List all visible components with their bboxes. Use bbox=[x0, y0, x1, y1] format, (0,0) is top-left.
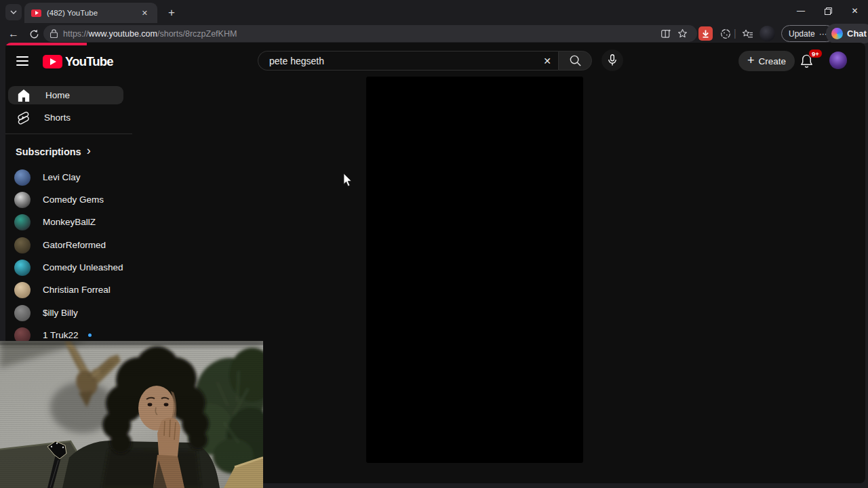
home-icon bbox=[17, 89, 31, 102]
channel-name: Comedy Gems bbox=[43, 195, 104, 205]
channel-avatar bbox=[14, 260, 31, 276]
channel-name: MonkeyBallZ bbox=[43, 217, 96, 227]
sidebar-channel-item[interactable]: Christian Forreal bbox=[5, 281, 141, 299]
collections-icon bbox=[742, 29, 753, 39]
shorts-video-player[interactable] bbox=[366, 77, 583, 463]
channel-avatar bbox=[14, 192, 31, 208]
add-favorite-button[interactable] bbox=[674, 26, 690, 42]
browser-tab[interactable]: (482) YouTube ✕ bbox=[24, 3, 157, 23]
favorite-star-icon bbox=[677, 28, 688, 39]
address-bar[interactable]: https://www.youtube.com/shorts/8rczpZefK… bbox=[43, 25, 697, 42]
reload-icon bbox=[29, 29, 39, 39]
extensions-button[interactable] bbox=[717, 26, 734, 42]
back-button[interactable]: ← bbox=[4, 26, 23, 42]
close-window-button[interactable]: ✕ bbox=[842, 0, 868, 22]
channel-name: Christian Forreal bbox=[43, 285, 111, 295]
mouse-cursor bbox=[343, 174, 353, 190]
tab-title: (482) YouTube bbox=[47, 9, 134, 17]
sidebar-channel-item[interactable]: Levi Clay bbox=[5, 168, 141, 186]
plus-icon: + bbox=[747, 54, 755, 68]
webcam-overlay bbox=[0, 341, 263, 488]
subscriptions-header[interactable]: Subscriptions › bbox=[16, 146, 91, 158]
chat-label: Chat bbox=[847, 28, 867, 39]
restore-button[interactable] bbox=[814, 0, 842, 22]
download-button[interactable] bbox=[698, 26, 713, 41]
chevron-right-icon: › bbox=[87, 144, 91, 158]
notification-count-badge: 9+ bbox=[808, 49, 823, 58]
youtube-logo[interactable]: YouTube bbox=[43, 54, 113, 69]
sidebar-channel-item[interactable]: Comedy Gems bbox=[5, 190, 141, 209]
toolbar-divider: | bbox=[734, 28, 736, 39]
url-path: /shorts/8rczpZefKHM bbox=[157, 29, 237, 39]
channel-name: Levi Clay bbox=[43, 172, 81, 182]
new-content-dot bbox=[88, 333, 92, 337]
update-label: Update bbox=[789, 29, 815, 39]
youtube-wordmark: YouTube bbox=[65, 54, 113, 69]
create-button[interactable]: + Create bbox=[738, 51, 795, 71]
channel-avatar bbox=[14, 169, 31, 186]
search-icon bbox=[569, 54, 582, 67]
voice-search-button[interactable] bbox=[601, 49, 623, 71]
split-screen-button[interactable] bbox=[658, 26, 674, 42]
browser-profile-avatar[interactable] bbox=[760, 26, 775, 41]
subscriptions-label: Subscriptions bbox=[16, 146, 81, 157]
tab-close-icon[interactable]: ✕ bbox=[139, 7, 151, 19]
search-button[interactable] bbox=[558, 51, 592, 70]
shorts-label: Shorts bbox=[44, 113, 71, 123]
page-loading-bar bbox=[5, 43, 87, 45]
url-scheme: https:// bbox=[63, 29, 89, 39]
collections-button[interactable] bbox=[739, 26, 755, 42]
new-tab-button[interactable]: + bbox=[163, 4, 180, 22]
lock-icon bbox=[50, 29, 58, 38]
tab-search-button[interactable] bbox=[5, 4, 22, 20]
reload-button[interactable] bbox=[24, 26, 43, 42]
url-host: www.youtube.com bbox=[89, 29, 157, 39]
search-input[interactable] bbox=[258, 56, 536, 66]
copilot-chat-button[interactable]: Chat bbox=[826, 24, 868, 43]
channel-name: Comedy Unleashed bbox=[43, 262, 123, 272]
mic-icon bbox=[608, 54, 617, 66]
sidebar-channel-item[interactable]: $illy Billy bbox=[5, 304, 141, 322]
copilot-icon bbox=[831, 28, 843, 39]
channel-name: GatorReformed bbox=[43, 240, 106, 250]
shorts-icon bbox=[17, 111, 29, 125]
sidebar-channel-item[interactable]: Comedy Unleashed bbox=[5, 258, 141, 277]
split-screen-icon bbox=[661, 29, 671, 38]
sidebar-channel-item[interactable]: GatorReformed bbox=[5, 236, 141, 254]
restore-icon bbox=[825, 7, 832, 15]
channel-avatar bbox=[14, 214, 31, 230]
channel-avatar bbox=[14, 282, 31, 298]
minimize-button[interactable]: — bbox=[787, 0, 814, 22]
youtube-logo-icon bbox=[43, 55, 62, 68]
guide-menu-button[interactable] bbox=[14, 53, 31, 69]
channel-name: $illy Billy bbox=[43, 308, 78, 318]
home-label: Home bbox=[45, 90, 70, 100]
chevron-down-icon bbox=[10, 10, 17, 14]
guide-divider bbox=[5, 134, 132, 134]
browser-window: (482) YouTube ✕ + — ✕ ← https://www.yout… bbox=[0, 0, 868, 488]
channel-name: 1 Truk22 bbox=[43, 330, 79, 340]
download-arrow-icon bbox=[702, 30, 709, 38]
channel-avatar bbox=[14, 237, 31, 253]
extensions-icon bbox=[720, 28, 731, 39]
sidebar-item-home[interactable]: Home bbox=[8, 86, 123, 104]
sidebar-channel-item[interactable]: MonkeyBallZ bbox=[5, 213, 141, 231]
user-avatar[interactable] bbox=[829, 52, 847, 69]
clear-search-button[interactable]: ✕ bbox=[536, 52, 558, 70]
sidebar-item-shorts[interactable]: Shorts bbox=[8, 108, 123, 127]
create-label: Create bbox=[759, 56, 787, 66]
search-box[interactable]: ✕ bbox=[258, 51, 558, 70]
youtube-favicon-icon bbox=[31, 9, 41, 17]
url-text: https://www.youtube.com/shorts/8rczpZefK… bbox=[63, 29, 658, 39]
channel-avatar bbox=[14, 305, 31, 321]
